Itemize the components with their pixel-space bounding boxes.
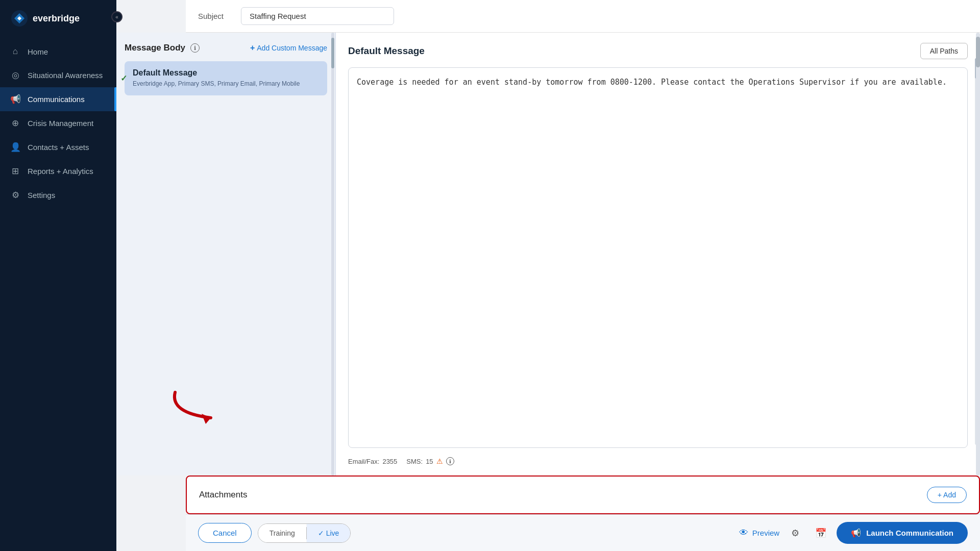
sidebar-item-crisis-management[interactable]: ⊕ Crisis Management	[0, 111, 116, 135]
message-panels: Message Body ℹ + Add Custom Message ✓ De…	[116, 33, 980, 475]
message-text-area[interactable]: Coverage is needed for an event stand-by…	[348, 67, 968, 448]
add-custom-label: Add Custom Message	[257, 44, 327, 52]
settings-icon: ⚙	[10, 190, 20, 201]
calendar-button[interactable]: 📅	[811, 523, 830, 543]
sidebar: everbridge « ⌂ Home ◎ Situational Awaren…	[0, 0, 116, 551]
sms-value: 15	[426, 458, 433, 465]
add-attachment-button[interactable]: + Add	[927, 487, 967, 503]
footer: Cancel Training ✓ Live 👁 Preview ⚙ 📅 📢 L…	[186, 514, 980, 551]
email-fax-stat: Email/Fax: 2355	[348, 458, 397, 465]
sms-stat: SMS: 15 ⚠ ℹ	[406, 457, 454, 465]
sidebar-item-situational-awareness[interactable]: ◎ Situational Awareness	[0, 63, 116, 87]
subject-value[interactable]: Staffing Request	[241, 7, 394, 25]
left-panel-scrollbar[interactable]	[331, 33, 334, 475]
sidebar-item-label: Communications	[28, 95, 85, 104]
sms-info-icon[interactable]: ℹ	[446, 457, 454, 465]
message-stats: Email/Fax: 2355 SMS: 15 ⚠ ℹ	[348, 453, 968, 465]
sidebar-item-label: Contacts + Assets	[28, 143, 89, 152]
launch-label: Launch Communication	[866, 529, 953, 537]
default-message-card-subtitle: Everbridge App, Primary SMS, Primary Ema…	[133, 80, 319, 88]
attachments-wrapper: Attachments + Add	[116, 475, 980, 514]
right-panel-title: Default Message	[348, 45, 425, 57]
live-mode-button[interactable]: ✓ Live	[307, 524, 351, 542]
reports-icon: ⊞	[10, 166, 20, 177]
sidebar-navigation: ⌂ Home ◎ Situational Awareness 📢 Communi…	[0, 40, 116, 551]
collapse-sidebar-button[interactable]: «	[111, 11, 122, 22]
sms-label: SMS:	[406, 458, 423, 465]
message-body-label: Message Body	[125, 43, 185, 53]
message-body-info-icon[interactable]: ℹ	[190, 43, 200, 53]
training-mode-button[interactable]: Training	[258, 524, 306, 542]
sidebar-item-contacts-assets[interactable]: 👤 Contacts + Assets	[0, 135, 116, 159]
sidebar-logo: everbridge	[0, 0, 116, 35]
sidebar-item-settings[interactable]: ⚙ Settings	[0, 183, 116, 207]
preview-label: Preview	[752, 529, 779, 537]
sidebar-item-label: Crisis Management	[28, 119, 93, 128]
contacts-icon: 👤	[10, 142, 20, 153]
preview-button[interactable]: 👁 Preview	[739, 528, 779, 538]
communications-icon: 📢	[10, 94, 20, 105]
message-area: Message Body ℹ + Add Custom Message ✓ De…	[116, 33, 980, 475]
scrollbar-track	[331, 33, 334, 475]
subject-label: Subject	[198, 12, 229, 20]
right-panel-header: Default Message All Paths	[348, 43, 968, 59]
calendar-icon: 📅	[815, 528, 826, 539]
launch-communication-button[interactable]: 📢 Launch Communication	[837, 522, 968, 544]
email-fax-label: Email/Fax:	[348, 458, 379, 465]
attachments-label: Attachments	[199, 490, 248, 500]
default-message-card[interactable]: ✓ Default Message Everbridge App, Primar…	[125, 61, 327, 95]
sms-warning-icon: ⚠	[436, 457, 443, 465]
launch-icon: 📢	[851, 528, 861, 538]
sidebar-item-label: Home	[28, 47, 48, 56]
main-content: Subject Staffing Request Message Body ℹ …	[116, 0, 980, 551]
settings-gear-button[interactable]: ⚙	[786, 523, 805, 543]
left-message-panel: Message Body ℹ + Add Custom Message ✓ De…	[116, 33, 336, 475]
sidebar-item-home[interactable]: ⌂ Home	[0, 40, 116, 63]
main-scroll-indicator	[976, 33, 980, 475]
gear-icon: ⚙	[791, 528, 799, 539]
sidebar-item-label: Settings	[28, 191, 55, 199]
add-custom-message-button[interactable]: + Add Custom Message	[250, 43, 327, 53]
check-icon: ✓	[120, 73, 127, 83]
sidebar-item-reports-analytics[interactable]: ⊞ Reports + Analytics	[0, 159, 116, 183]
scrollbar-thumb	[331, 38, 334, 68]
sidebar-item-label: Reports + Analytics	[28, 167, 93, 176]
crisis-management-icon: ⊕	[10, 118, 20, 129]
right-message-panel: Default Message All Paths Coverage is ne…	[336, 33, 980, 475]
logo-text: everbridge	[33, 13, 80, 24]
all-paths-button[interactable]: All Paths	[920, 43, 968, 59]
attachments-section: Attachments + Add	[186, 475, 980, 514]
everbridge-logo-icon	[10, 9, 29, 28]
subject-bar: Subject Staffing Request	[186, 0, 980, 33]
cancel-button[interactable]: Cancel	[198, 523, 252, 543]
home-icon: ⌂	[10, 46, 20, 57]
situational-awareness-icon: ◎	[10, 70, 20, 81]
preview-eye-icon: 👁	[739, 528, 748, 538]
main-scroll-thumb-bar	[976, 37, 980, 67]
mode-group: Training ✓ Live	[258, 523, 351, 543]
sidebar-item-communications[interactable]: 📢 Communications	[0, 87, 116, 111]
default-message-card-title: Default Message	[133, 68, 319, 78]
message-body-header: Message Body ℹ + Add Custom Message	[125, 43, 327, 53]
sidebar-item-label: Situational Awareness	[28, 71, 103, 80]
plus-icon: +	[250, 43, 255, 53]
email-fax-value: 2355	[382, 458, 397, 465]
